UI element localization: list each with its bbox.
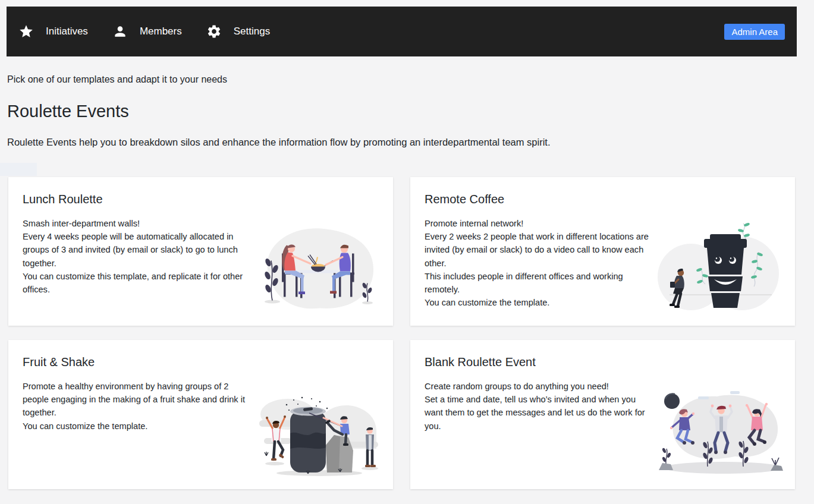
card-text-line: You can customize the template. bbox=[23, 420, 252, 433]
template-card-blank-roulette-event[interactable]: Blank Roulette Event Create random group… bbox=[410, 340, 795, 489]
nav-label-members: Members bbox=[140, 26, 182, 37]
page-subtitle: Roulette Events help you to breakdown si… bbox=[7, 137, 551, 148]
template-card-remote-coffee[interactable]: Remote Coffee Promote internal network! … bbox=[410, 177, 795, 326]
card-text-line: Promote a healthy environment by having … bbox=[23, 380, 252, 420]
card-text-line: Set a time and date, tell us who’s invit… bbox=[425, 393, 653, 433]
card-description: Promote internal network! Every 2 weeks … bbox=[425, 217, 653, 309]
nav-item-members[interactable]: Members bbox=[112, 24, 182, 39]
card-text-line: Create random groups to do anything you … bbox=[425, 380, 653, 393]
card-text-line: Smash inter-department walls! bbox=[23, 217, 252, 230]
admin-area-button[interactable]: Admin Area bbox=[724, 24, 785, 40]
card-description: Smash inter-department walls! Every 4 we… bbox=[23, 217, 252, 296]
card-text-line: You can customize the template. bbox=[425, 296, 653, 309]
top-navbar: Initiatives Members Settings Admin Area bbox=[7, 7, 797, 56]
template-card-fruit-shake[interactable]: Fruit & Shake Promote a healthy environm… bbox=[8, 340, 393, 489]
card-title: Lunch Roulette bbox=[23, 193, 379, 206]
card-title: Blank Roulette Event bbox=[425, 355, 781, 369]
card-description: Create random groups to do anything you … bbox=[425, 380, 653, 433]
star-icon bbox=[18, 24, 34, 39]
card-text-line: Every 2 weeks 2 people that work in diff… bbox=[425, 230, 653, 270]
template-card-lunch-roulette[interactable]: Lunch Roulette Smash inter-department wa… bbox=[8, 177, 393, 326]
nav-item-settings[interactable]: Settings bbox=[206, 24, 270, 39]
person-icon bbox=[112, 24, 128, 39]
nav-label-initiatives: Initiatives bbox=[46, 26, 88, 37]
gear-icon bbox=[206, 24, 222, 39]
card-text-line: You can customize this template, and rep… bbox=[23, 270, 252, 296]
card-title: Remote Coffee bbox=[425, 193, 781, 206]
fruit-shake-illustration bbox=[251, 380, 385, 481]
nav-label-settings: Settings bbox=[234, 26, 270, 37]
nav-item-initiatives[interactable]: Initiatives bbox=[18, 24, 88, 39]
card-title: Fruit & Shake bbox=[23, 355, 379, 369]
card-text-line: This includes people in different office… bbox=[425, 270, 653, 296]
page-title: Roulette Events bbox=[7, 102, 129, 121]
card-description: Promote a healthy environment by having … bbox=[23, 380, 252, 433]
intro-text: Pick one of our templates and adapt it t… bbox=[7, 74, 227, 85]
decorative-corner-block bbox=[0, 163, 37, 176]
jumping-people-illustration bbox=[653, 380, 787, 481]
card-text-line: Promote internal network! bbox=[425, 217, 653, 230]
card-text-line: Every 4 weeks people will be automatical… bbox=[23, 230, 252, 270]
lunch-roulette-illustration bbox=[251, 218, 385, 319]
remote-coffee-illustration bbox=[653, 218, 787, 319]
